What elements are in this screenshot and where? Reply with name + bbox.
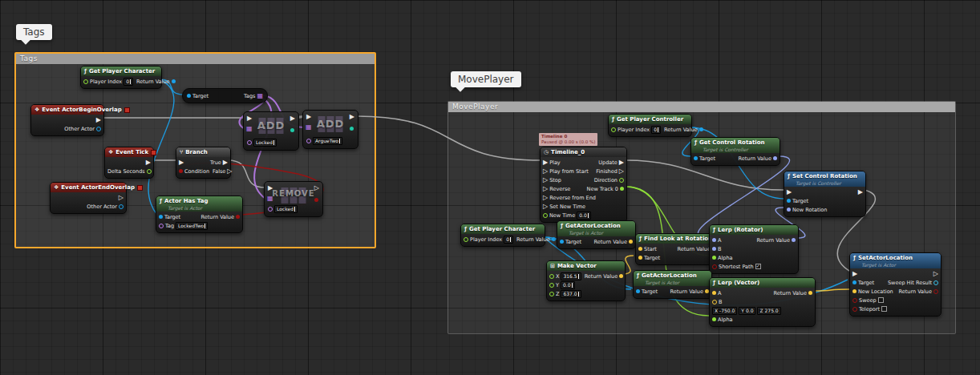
- rot-pin[interactable]: [787, 208, 791, 212]
- rot-pin[interactable]: [792, 238, 796, 242]
- yellow-pin[interactable]: [852, 289, 856, 293]
- blue-pin[interactable]: [119, 204, 124, 209]
- yellow-pin[interactable]: [619, 274, 623, 278]
- get-actor-location-1-node[interactable]: ƒGetActorLocationTarget is ActorTargetRe…: [557, 220, 636, 249]
- exec-pin[interactable]: ▷: [543, 204, 548, 210]
- tag-container-pin[interactable]: ▦: [267, 196, 273, 202]
- green-pin[interactable]: [712, 317, 716, 321]
- exec-pin[interactable]: ▶: [96, 117, 101, 123]
- add-tag-2-node[interactable]: ADD▶▶▦ArgueTwo: [302, 110, 358, 149]
- red-pin[interactable]: [314, 198, 318, 202]
- timeline-0-value-field[interactable]: 0.0: [577, 212, 591, 220]
- blue-pin[interactable]: [172, 79, 176, 83]
- red-pin[interactable]: [933, 289, 938, 294]
- green-pin[interactable]: [712, 256, 716, 260]
- vector-x-field[interactable]: X -750.0: [712, 307, 737, 315]
- remove-tag-node[interactable]: REMOVE▶▷▦Locked: [264, 181, 323, 217]
- blue-pin[interactable]: [159, 215, 163, 219]
- blue-pin[interactable]: [699, 127, 703, 131]
- event-actor-begin-overlap-node[interactable]: ❖Event ActorBeginOverlap▶Other Actor: [30, 104, 104, 136]
- exec-pin[interactable]: ▶: [787, 189, 792, 196]
- exec-pin[interactable]: ▷: [543, 177, 548, 183]
- blueprint-canvas[interactable]: Tags MovePlayer ƒGet Player CharacterPla…: [0, 0, 980, 375]
- exec-pin[interactable]: ▷: [227, 168, 232, 175]
- green-pin[interactable]: [549, 292, 554, 296]
- blue-pin[interactable]: [96, 127, 101, 131]
- comment-bubble-moveplayer[interactable]: MovePlayer: [451, 71, 521, 87]
- red-pin[interactable]: [852, 307, 857, 312]
- exec-pin[interactable]: ▷: [543, 168, 548, 175]
- exec-pin[interactable]: ▶: [858, 189, 863, 196]
- exec-pin[interactable]: ▶: [543, 159, 548, 166]
- lerp-rotator-node[interactable]: ƒLerp (Rotator)AReturn ValueBAlphaShorte…: [709, 224, 799, 274]
- blue-pin[interactable]: [552, 237, 556, 241]
- exec-pin[interactable]: ▶: [350, 114, 354, 120]
- blue-pin[interactable]: [187, 94, 191, 98]
- yellow-pin[interactable]: [712, 300, 717, 304]
- green-pin[interactable]: [549, 283, 554, 288]
- make-vector-node[interactable]: ⊞Make VectorX316.5Return ValueY0.0Z637.0: [546, 260, 626, 301]
- exec-pin[interactable]: ▶: [306, 114, 311, 120]
- get-player-controller-node[interactable]: ƒGet Player ControllerPlayer Index0Retur…: [608, 114, 692, 137]
- red-pin[interactable]: [852, 298, 857, 303]
- exec-pin[interactable]: ▶: [619, 159, 624, 166]
- exec-pin[interactable]: ▷: [119, 195, 124, 201]
- add-tag-1-node[interactable]: ADD▶▶▦Locked: [243, 111, 299, 151]
- get-player-character-1-value-field[interactable]: 0: [124, 78, 133, 86]
- green-pin[interactable]: [147, 169, 152, 174]
- green-pin[interactable]: [464, 237, 468, 242]
- actor-has-tag-node[interactable]: ƒActor Has TagTarget is ActorTargetRetur…: [156, 196, 243, 233]
- find-look-at-rotation-node[interactable]: ƒFind Look at RotationStartReturn ValueT…: [635, 233, 719, 265]
- vector-y-field[interactable]: Y 0.0: [739, 307, 755, 315]
- green-pin[interactable]: [549, 274, 554, 279]
- name-pin[interactable]: [247, 140, 252, 145]
- exec-pin[interactable]: ▶: [290, 115, 295, 122]
- actor-has-tag-value-field[interactable]: LockedTwo: [176, 222, 208, 230]
- green-pin[interactable]: [619, 178, 624, 183]
- green-pin[interactable]: [83, 79, 88, 84]
- exec-pin[interactable]: ▶: [146, 159, 151, 166]
- yellow-pin[interactable]: [629, 240, 633, 244]
- red-pin[interactable]: [236, 215, 240, 219]
- exec-pin[interactable]: ▷: [619, 168, 624, 175]
- set-actor-location-node[interactable]: ƒSetActorLocationTarget is Actor▶▷Target…: [849, 252, 942, 317]
- get-actor-location-2-node[interactable]: ƒGetActorLocationTarget is ActorTargetRe…: [633, 270, 712, 299]
- yellow-pin[interactable]: [808, 291, 812, 295]
- exec-pin[interactable]: ▷: [543, 195, 548, 201]
- make-vector-value-field[interactable]: 316.5: [561, 272, 581, 280]
- blue-pin[interactable]: [852, 280, 856, 284]
- violet-pin[interactable]: [159, 224, 164, 228]
- get-control-rotation-node[interactable]: ƒGet Control RotationTarget is Controlle…: [690, 137, 780, 166]
- exec-pin[interactable]: ▷: [314, 185, 319, 192]
- name-pin[interactable]: [306, 139, 311, 143]
- yellow-pin[interactable]: [638, 247, 642, 251]
- green-pin[interactable]: [620, 187, 624, 191]
- red-pin[interactable]: [179, 169, 183, 173]
- green-pin[interactable]: [611, 127, 616, 132]
- set-control-rotation-node[interactable]: ƒSet Control RotationTarget is Controlle…: [784, 171, 866, 217]
- make-vector-value-field[interactable]: 0.0: [561, 281, 575, 289]
- cyan-pin[interactable]: [933, 280, 938, 285]
- branch-node[interactable]: ⑂Branch▶True▶ConditionFalse▷: [176, 147, 231, 179]
- get-player-character-2-node[interactable]: ƒGet Player CharacterPlayer Index0Return…: [460, 224, 545, 247]
- teal-pin[interactable]: [350, 127, 354, 131]
- exec-pin[interactable]: ▶: [223, 159, 228, 166]
- exec-pin[interactable]: ▶: [179, 159, 184, 166]
- blue-pin[interactable]: [636, 289, 640, 293]
- comment-bubble-tags[interactable]: Tags: [16, 24, 52, 40]
- lerp-rotator-checkbox[interactable]: [755, 264, 761, 269]
- blue-pin[interactable]: [560, 240, 564, 244]
- rot-pin[interactable]: [712, 238, 716, 242]
- rot-pin[interactable]: [773, 156, 777, 160]
- exec-pin[interactable]: ▶: [852, 271, 857, 277]
- exec-pin[interactable]: ▷: [933, 271, 938, 277]
- yellow-pin[interactable]: [712, 291, 716, 295]
- set-actor-location-checkbox[interactable]: [878, 297, 884, 303]
- green-pin[interactable]: [543, 213, 548, 218]
- yellow-pin[interactable]: [638, 256, 642, 260]
- tag-container-pin[interactable]: ▦: [306, 124, 312, 131]
- teal-pin[interactable]: [290, 128, 294, 132]
- event-tick-node[interactable]: ❖Event Tick▶Delta Seconds: [104, 147, 154, 179]
- red-pin[interactable]: [712, 264, 717, 269]
- add-tag-1-tag-value-field[interactable]: Locked: [253, 139, 277, 147]
